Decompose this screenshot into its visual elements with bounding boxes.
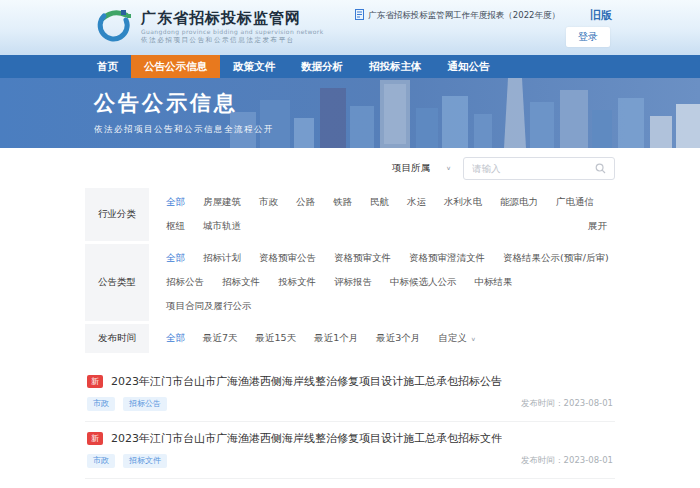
- category-tag: 招标公告: [123, 397, 167, 411]
- filter-row-label: 发布时间: [85, 324, 149, 353]
- new-badge: 新: [87, 375, 103, 388]
- filter-option[interactable]: 全部: [166, 196, 185, 209]
- page-subtitle: 依法必招项目公告和公示信息全流程公开: [94, 124, 274, 136]
- filter-option[interactable]: 资格预审澄清文件: [409, 252, 485, 265]
- filter-option[interactable]: 资格结果公示(预审/后审): [503, 252, 609, 265]
- site-tagline: 依法必招项目公告和公示信息法定发布平台: [141, 36, 324, 45]
- content: 项目所属 ∨ 行业分类全部房屋建筑市政公路铁路民航水运水利水电能源电力广电通信枢…: [85, 148, 615, 488]
- publish-date-prefix: 发布时间：: [521, 398, 564, 408]
- announcement-title[interactable]: 2023年江门市台山市广海渔港西侧海岸线整治修复项目设计施工总承包招标公告: [111, 374, 502, 389]
- search-input[interactable]: [472, 163, 595, 174]
- filter-option[interactable]: 水运: [407, 196, 426, 209]
- list-item: 新2023年江门市台山市广海渔港西侧海岸线整治修复项目设计施工总承包招标文件市政…: [85, 422, 615, 479]
- filter-option[interactable]: 投标文件: [278, 276, 316, 289]
- page-title: 公告公示信息: [94, 89, 274, 117]
- category-tag: 市政: [87, 397, 115, 411]
- filter-row-label: 行业分类: [85, 188, 149, 241]
- site-title: 广东省招标投标监管网: [141, 10, 324, 27]
- search-icon[interactable]: [595, 159, 606, 178]
- filter-option[interactable]: 民航: [370, 196, 389, 209]
- search-box: [463, 157, 615, 180]
- filter-row: 行业分类全部房屋建筑市政公路铁路民航水运水利水电能源电力广电通信枢纽城市轨道展开: [85, 188, 615, 241]
- filter-option[interactable]: 招标计划: [203, 252, 241, 265]
- filter-option[interactable]: 项目合同及履行公示: [166, 300, 252, 313]
- list-item: 新中山市南三公路（南头至黄圃段）快速化改造工程招标计划公路招标计划发布时间：20…: [85, 479, 615, 488]
- header-links-row: 广东省招标投标监管网工作年度报表（2022年度） 旧版: [355, 8, 612, 23]
- site-subtitle-en: Guangdong province bidding and supervisi…: [141, 28, 324, 35]
- filter-options: 全部招标计划资格预审公告资格预审文件资格预审澄清文件资格结果公示(预审/后审)招…: [149, 244, 615, 321]
- logo-swirl-icon: [93, 6, 133, 50]
- filter-option[interactable]: 广电通信: [556, 196, 594, 209]
- filter-option[interactable]: 展开: [588, 220, 607, 233]
- filter-option[interactable]: 铁路: [333, 196, 352, 209]
- filter-option[interactable]: 水利水电: [444, 196, 482, 209]
- filter-option[interactable]: 招标文件: [222, 276, 260, 289]
- site-logo: 广东省招标投标监管网 Guangdong province bidding an…: [93, 6, 324, 50]
- nav-item[interactable]: 首页: [84, 55, 131, 78]
- filter-option[interactable]: 城市轨道: [203, 220, 241, 233]
- filter-option[interactable]: 最近3个月: [376, 332, 420, 345]
- publish-date-prefix: 发布时间：: [521, 455, 564, 465]
- item-meta: 市政招标文件发布时间：2023-08-01: [87, 454, 613, 468]
- chevron-down-icon: ∨: [471, 336, 476, 342]
- nav-item-active[interactable]: 公告公示信息: [131, 55, 220, 78]
- annual-report-link[interactable]: 广东省招标投标监管网工作年度报表（2022年度）: [355, 9, 560, 22]
- filter-option[interactable]: 资格预审公告: [259, 252, 316, 265]
- project-owner-label: 项目所属: [392, 162, 430, 175]
- new-badge: 新: [87, 432, 103, 445]
- filter-option[interactable]: 中标结果: [475, 276, 513, 289]
- filter-option[interactable]: 房屋建筑: [203, 196, 241, 209]
- search-row: 项目所属 ∨: [85, 155, 615, 181]
- filter-option[interactable]: 最近1个月: [314, 332, 358, 345]
- filter-option[interactable]: 资格预审文件: [334, 252, 391, 265]
- nav-item[interactable]: 数据分析: [288, 55, 356, 78]
- item-title-row: 新2023年江门市台山市广海渔港西侧海岸线整治修复项目设计施工总承包招标公告: [87, 374, 613, 389]
- item-meta: 市政招标公告发布时间：2023-08-01: [87, 397, 613, 411]
- header-right: 广东省招标投标监管网工作年度报表（2022年度） 旧版 登录: [355, 8, 612, 47]
- filter-option[interactable]: 中标候选人公示: [390, 276, 457, 289]
- filter-option[interactable]: 全部: [166, 332, 185, 345]
- filter-row-label: 公告类型: [85, 244, 149, 321]
- city-skyline-graphic: [230, 78, 700, 148]
- filter-option[interactable]: 最近15天: [256, 332, 297, 345]
- filter-options: 全部房屋建筑市政公路铁路民航水运水利水电能源电力广电通信枢纽城市轨道展开: [149, 188, 615, 241]
- login-button[interactable]: 登录: [566, 27, 610, 47]
- site-header: 广东省招标投标监管网 Guangdong province bidding an…: [0, 0, 700, 55]
- filter-option[interactable]: 市政: [259, 196, 278, 209]
- nav-item[interactable]: 招投标主体: [356, 55, 435, 78]
- announcement-title[interactable]: 2023年江门市台山市广海渔港西侧海岸线整治修复项目设计施工总承包招标文件: [111, 431, 502, 446]
- page-banner: 公告公示信息 依法必招项目公告和公示信息全流程公开: [0, 78, 700, 148]
- nav-item[interactable]: 通知公告: [435, 55, 503, 78]
- annual-report-label: 广东省招标投标监管网工作年度报表（2022年度）: [368, 10, 560, 22]
- main-nav: 首页公告公示信息政策文件数据分析招投标主体通知公告: [0, 55, 700, 78]
- filter-option[interactable]: 枢纽: [166, 220, 185, 233]
- filter-option[interactable]: 全部: [166, 252, 185, 265]
- category-tag: 市政: [87, 454, 115, 468]
- filter-option[interactable]: 最近7天: [203, 332, 238, 345]
- publish-date-value: 2023-08-01: [564, 398, 613, 408]
- item-title-row: 新2023年江门市台山市广海渔港西侧海岸线整治修复项目设计施工总承包招标文件: [87, 431, 613, 446]
- list-item: 新2023年江门市台山市广海渔港西侧海岸线整治修复项目设计施工总承包招标公告市政…: [85, 365, 615, 422]
- banner-text: 公告公示信息 依法必招项目公告和公示信息全流程公开: [94, 89, 274, 136]
- nav-item[interactable]: 政策文件: [220, 55, 288, 78]
- filter-option[interactable]: 自定义∨: [438, 332, 476, 345]
- filter-option[interactable]: 招标公告: [166, 276, 204, 289]
- old-version-link[interactable]: 旧版: [590, 8, 612, 23]
- page: 广东省招标投标监管网 Guangdong province bidding an…: [0, 0, 700, 488]
- filter-option[interactable]: 能源电力: [500, 196, 538, 209]
- document-icon: [355, 9, 364, 22]
- filter-options: 全部最近7天最近15天最近1个月最近3个月自定义∨: [149, 324, 615, 353]
- filter-row: 发布时间全部最近7天最近15天最近1个月最近3个月自定义∨: [85, 324, 615, 353]
- filter-option[interactable]: 评标报告: [334, 276, 372, 289]
- logo-text: 广东省招标投标监管网 Guangdong province bidding an…: [141, 10, 324, 45]
- announcement-list: 新2023年江门市台山市广海渔港西侧海岸线整治修复项目设计施工总承包招标公告市政…: [85, 365, 615, 488]
- filter-option[interactable]: 公路: [296, 196, 315, 209]
- chevron-down-icon: ∨: [446, 165, 451, 171]
- filter-rows: 行业分类全部房屋建筑市政公路铁路民航水运水利水电能源电力广电通信枢纽城市轨道展开…: [85, 188, 615, 353]
- publish-date: 发布时间：2023-08-01: [521, 455, 613, 467]
- project-owner-dropdown[interactable]: 项目所属 ∨: [392, 162, 451, 175]
- category-tag: 招标文件: [123, 454, 167, 468]
- filter-row: 公告类型全部招标计划资格预审公告资格预审文件资格预审澄清文件资格结果公示(预审/…: [85, 244, 615, 321]
- publish-date: 发布时间：2023-08-01: [521, 398, 613, 410]
- publish-date-value: 2023-08-01: [564, 455, 613, 465]
